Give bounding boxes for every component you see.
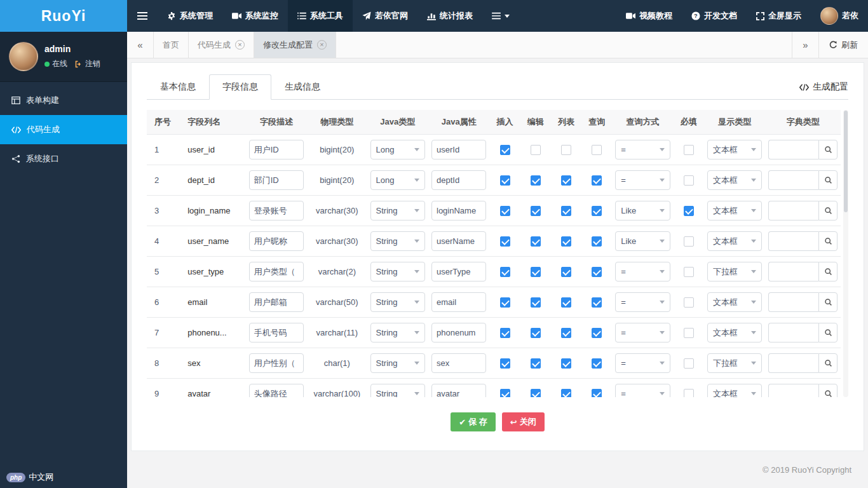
html-type-select[interactable]: 文本框 [707, 323, 762, 342]
scroll-tabs-right-button[interactable]: » [792, 32, 818, 58]
query-type-select[interactable]: = [615, 170, 670, 190]
edit-checkbox[interactable] [531, 297, 541, 308]
nav-dev-docs[interactable]: ? 开发文档 [682, 0, 747, 32]
query-checkbox[interactable] [592, 175, 602, 186]
nav-system-monitor[interactable]: 系统监控 [222, 0, 288, 32]
list-checkbox[interactable] [561, 145, 571, 155]
list-checkbox[interactable] [561, 175, 571, 186]
query-checkbox[interactable] [592, 328, 602, 338]
query-type-select[interactable]: = [615, 384, 670, 397]
edit-checkbox[interactable] [531, 236, 541, 247]
query-type-select[interactable]: = [615, 353, 670, 373]
table-scrollbar[interactable] [843, 110, 848, 397]
query-checkbox[interactable] [592, 389, 602, 397]
dict-type-input[interactable] [768, 323, 818, 342]
required-checkbox[interactable] [684, 206, 694, 216]
insert-checkbox[interactable] [500, 267, 510, 277]
tab-gen-info[interactable]: 生成信息 [271, 74, 334, 100]
query-checkbox[interactable] [592, 206, 602, 216]
close-button[interactable]: ↩关闭 [502, 412, 545, 431]
query-type-select[interactable]: = [615, 323, 670, 342]
edit-checkbox[interactable] [531, 145, 541, 155]
insert-checkbox[interactable] [500, 328, 510, 338]
sidebar-item-form-build[interactable]: 表单构建 [0, 86, 127, 115]
tab-edit-gen-config[interactable]: 修改生成配置 × [254, 32, 336, 58]
dict-search-button[interactable] [818, 323, 837, 342]
java-type-select[interactable]: String [370, 323, 425, 342]
save-button[interactable]: ✔保 存 [451, 412, 496, 431]
query-type-select[interactable]: Like [615, 201, 670, 220]
html-type-select[interactable]: 下拉框 [707, 262, 762, 281]
sidebar-toggle-button[interactable] [127, 0, 158, 32]
edit-checkbox[interactable] [531, 175, 541, 186]
nav-ruoyi-website[interactable]: 若依官网 [353, 0, 417, 32]
edit-checkbox[interactable] [531, 389, 541, 397]
tab-home[interactable]: 首页 [154, 32, 189, 58]
query-type-select[interactable]: = [615, 292, 670, 312]
dict-type-input[interactable] [768, 384, 818, 397]
dict-search-button[interactable] [818, 170, 837, 190]
required-checkbox[interactable] [684, 236, 694, 247]
insert-checkbox[interactable] [500, 206, 510, 216]
dict-type-input[interactable] [768, 170, 818, 190]
java-field-input[interactable] [431, 292, 486, 312]
java-type-select[interactable]: String [370, 353, 425, 373]
user-dropdown[interactable]: 若依 [811, 0, 868, 32]
required-checkbox[interactable] [684, 145, 694, 155]
dict-search-button[interactable] [818, 384, 837, 397]
required-checkbox[interactable] [684, 267, 694, 277]
list-checkbox[interactable] [561, 297, 571, 308]
java-field-input[interactable] [431, 262, 486, 281]
html-type-select[interactable]: 文本框 [707, 201, 762, 220]
column-desc-input[interactable] [249, 262, 304, 281]
sidebar-item-code-gen[interactable]: 代码生成 [0, 115, 127, 144]
nav-fullscreen[interactable]: 全屏显示 [747, 0, 811, 32]
query-checkbox[interactable] [592, 145, 602, 155]
edit-checkbox[interactable] [531, 328, 541, 338]
list-checkbox[interactable] [561, 358, 571, 369]
nav-statistics-report[interactable]: 统计报表 [417, 0, 482, 32]
nav-system-tools[interactable]: 系统工具 [288, 0, 353, 32]
dict-search-button[interactable] [818, 201, 837, 220]
dict-type-input[interactable] [768, 201, 818, 220]
list-checkbox[interactable] [561, 267, 571, 277]
column-desc-input[interactable] [249, 170, 304, 190]
tab-basic-info[interactable]: 基本信息 [147, 74, 209, 100]
list-checkbox[interactable] [561, 236, 571, 247]
java-type-select[interactable]: String [370, 384, 425, 397]
user-avatar[interactable] [9, 42, 38, 71]
query-type-select[interactable]: = [615, 262, 670, 281]
java-field-input[interactable] [431, 140, 486, 159]
sidebar-item-system-api[interactable]: 系统接口 [0, 144, 127, 173]
insert-checkbox[interactable] [500, 358, 510, 369]
query-checkbox[interactable] [592, 358, 602, 369]
html-type-select[interactable]: 下拉框 [707, 353, 762, 373]
dict-search-button[interactable] [818, 231, 837, 251]
query-type-select[interactable]: Like [615, 231, 670, 251]
gen-config-link[interactable]: 生成配置 [799, 81, 848, 99]
close-tab-icon[interactable]: × [317, 40, 327, 50]
column-desc-input[interactable] [249, 384, 304, 397]
dict-search-button[interactable] [818, 140, 837, 159]
query-type-select[interactable]: = [615, 140, 670, 159]
nav-more-dropdown[interactable] [482, 0, 519, 32]
dict-search-button[interactable] [818, 262, 837, 281]
html-type-select[interactable]: 文本框 [707, 170, 762, 190]
java-type-select[interactable]: String [370, 201, 425, 220]
app-logo[interactable]: RuoYi [0, 0, 127, 32]
scroll-tabs-left-button[interactable]: « [127, 32, 154, 58]
dict-type-input[interactable] [768, 140, 818, 159]
dict-search-button[interactable] [818, 292, 837, 312]
query-checkbox[interactable] [592, 297, 602, 308]
java-type-select[interactable]: String [370, 262, 425, 281]
required-checkbox[interactable] [684, 297, 694, 308]
edit-checkbox[interactable] [531, 206, 541, 216]
nav-video-tutorial[interactable]: 视频教程 [616, 0, 682, 32]
edit-checkbox[interactable] [531, 358, 541, 369]
java-field-input[interactable] [431, 201, 486, 220]
required-checkbox[interactable] [684, 175, 694, 186]
edit-checkbox[interactable] [531, 267, 541, 277]
column-desc-input[interactable] [249, 353, 304, 373]
list-checkbox[interactable] [561, 206, 571, 216]
nav-system-manage[interactable]: 系统管理 [158, 0, 222, 32]
